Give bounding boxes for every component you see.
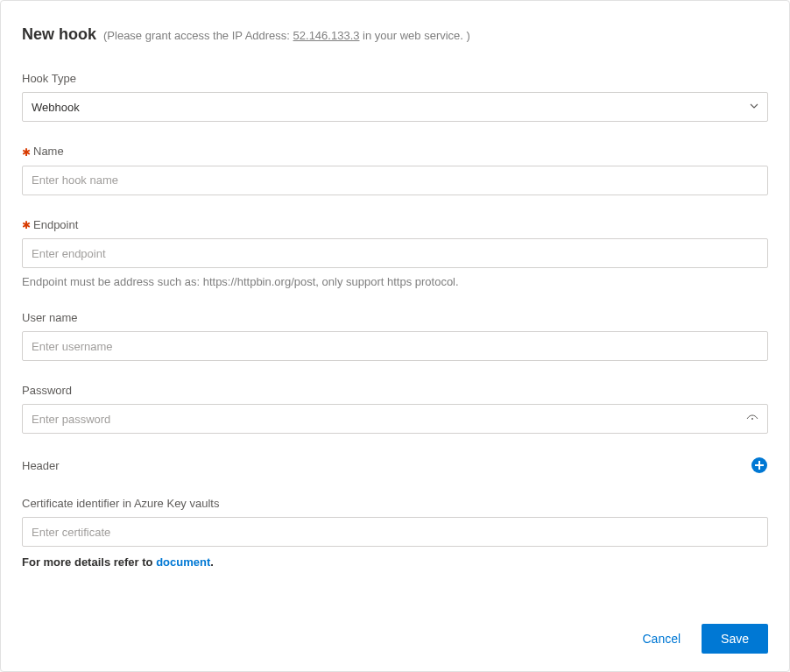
cancel-button[interactable]: Cancel <box>638 625 684 653</box>
hook-type-label: Hook Type <box>22 72 768 85</box>
add-header-button[interactable] <box>751 456 768 474</box>
title-row: New hook (Please grant access the IP Add… <box>22 25 768 44</box>
document-link[interactable]: document <box>156 555 210 569</box>
hook-type-field: Hook Type <box>22 72 768 122</box>
hook-type-select[interactable] <box>22 92 768 122</box>
hook-type-select-wrap[interactable] <box>22 92 768 122</box>
password-input[interactable] <box>22 404 768 434</box>
new-hook-panel: New hook (Please grant access the IP Add… <box>0 0 790 672</box>
username-input[interactable] <box>22 331 768 361</box>
eye-icon[interactable] <box>745 412 759 426</box>
footer-actions: Cancel Save <box>638 624 768 654</box>
name-label: ✱Name <box>22 145 768 159</box>
certificate-field: Certificate identifier in Azure Key vaul… <box>22 497 768 569</box>
username-field: User name <box>22 311 768 361</box>
endpoint-field: ✱Endpoint Endpoint must be address such … <box>22 218 768 289</box>
endpoint-help: Endpoint must be address such as: https:… <box>22 275 768 288</box>
ip-address: 52.146.133.3 <box>293 29 360 42</box>
header-section-label: Header <box>22 459 60 472</box>
password-field: Password <box>22 384 768 434</box>
endpoint-input[interactable] <box>22 238 768 268</box>
svg-point-0 <box>751 418 753 420</box>
password-label: Password <box>22 384 768 397</box>
username-label: User name <box>22 311 768 324</box>
endpoint-label: ✱Endpoint <box>22 218 768 232</box>
name-input[interactable] <box>22 166 768 195</box>
page-title: New hook <box>22 25 96 44</box>
name-field: ✱Name <box>22 145 768 195</box>
certificate-input[interactable] <box>22 517 768 547</box>
required-icon: ✱ <box>22 146 31 159</box>
certificate-label: Certificate identifier in Azure Key vaul… <box>22 497 768 510</box>
page-subtitle: (Please grant access the IP Address: 52.… <box>103 29 470 42</box>
docs-text: For more details refer to document. <box>22 555 768 569</box>
save-button[interactable]: Save <box>702 624 768 654</box>
header-section-row: Header <box>22 456 768 474</box>
required-icon: ✱ <box>22 219 31 231</box>
